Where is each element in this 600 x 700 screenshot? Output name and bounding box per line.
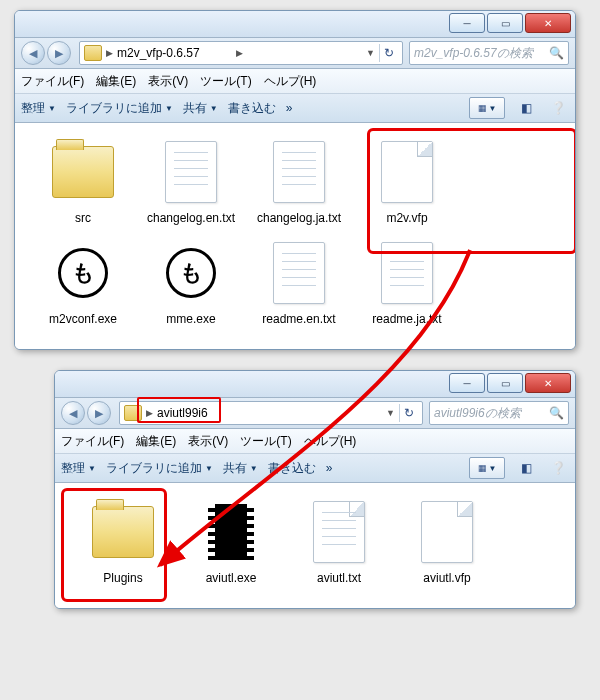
menu-edit[interactable]: 編集(E) <box>136 433 176 450</box>
toolbar: 整理▼ ライブラリに追加▼ 共有▼ 書き込む » ▦▼ ◧ ❔ <box>15 94 575 123</box>
path-segment[interactable]: m2v_vfp-0.6.57 <box>117 46 232 60</box>
file-label: aviutl.exe <box>177 571 285 586</box>
file-label: readme.en.txt <box>245 312 353 327</box>
address-bar[interactable]: ▶ aviutl99i6 ▼ ↻ <box>119 401 423 425</box>
file-label: mme.exe <box>137 312 245 327</box>
text-file-icon <box>273 141 325 203</box>
maximize-button[interactable]: ▭ <box>487 13 523 33</box>
explorer-window-1: ─ ▭ ✕ ◀ ▶ ▶ m2v_vfp-0.6.57 ▶ ▼ ↻ m2v_vfp… <box>14 10 576 350</box>
chevron-right-icon: ▶ <box>146 408 153 418</box>
toolbar: 整理▼ ライブラリに追加▼ 共有▼ 書き込む » ▦▼ ◧ ❔ <box>55 454 575 483</box>
toolbar-burn[interactable]: 書き込む <box>228 100 276 117</box>
toolbar-burn[interactable]: 書き込む <box>268 460 316 477</box>
chevron-down-icon[interactable]: ▼ <box>366 48 375 58</box>
menu-help[interactable]: ヘルプ(H) <box>304 433 357 450</box>
refresh-icon[interactable]: ↻ <box>399 404 418 422</box>
file-item-txt[interactable]: changelog.ja.txt <box>245 137 353 226</box>
menu-edit[interactable]: 編集(E) <box>96 73 136 90</box>
nav-forward-icon[interactable]: ▶ <box>87 401 111 425</box>
folder-icon <box>92 506 154 558</box>
application-icon: も <box>166 248 216 298</box>
file-item-txt[interactable]: readme.ja.txt <box>353 238 461 327</box>
help-icon[interactable]: ❔ <box>547 458 569 478</box>
menu-help[interactable]: ヘルプ(H) <box>264 73 317 90</box>
chevron-down-icon[interactable]: ▼ <box>386 408 395 418</box>
search-input[interactable]: aviutl99i6の検索 🔍 <box>429 401 569 425</box>
file-label: src <box>29 211 137 226</box>
folder-icon <box>52 146 114 198</box>
file-label: m2vconf.exe <box>29 312 137 327</box>
minimize-button[interactable]: ─ <box>449 13 485 33</box>
menu-file[interactable]: ファイル(F) <box>61 433 124 450</box>
view-icons-icon: ▦ <box>478 103 487 113</box>
menu-view[interactable]: 表示(V) <box>148 73 188 90</box>
file-pane[interactable]: src changelog.en.txt changelog.ja.txt m2… <box>15 123 575 349</box>
menu-tools[interactable]: ツール(T) <box>240 433 291 450</box>
file-label: readme.ja.txt <box>353 312 461 327</box>
file-item-folder[interactable]: Plugins <box>69 497 177 586</box>
toolbar-share[interactable]: 共有▼ <box>223 460 258 477</box>
search-input[interactable]: m2v_vfp-0.6.57の検索 🔍 <box>409 41 569 65</box>
file-item-vfp[interactable]: m2v.vfp <box>353 137 461 226</box>
file-item-txt[interactable]: readme.en.txt <box>245 238 353 327</box>
minimize-button[interactable]: ─ <box>449 373 485 393</box>
toolbar-organize[interactable]: 整理▼ <box>61 460 96 477</box>
file-item-txt[interactable]: aviutl.txt <box>285 497 393 586</box>
video-app-icon <box>208 504 254 560</box>
help-icon[interactable]: ❔ <box>547 98 569 118</box>
nav-forward-icon[interactable]: ▶ <box>47 41 71 65</box>
file-label: m2v.vfp <box>353 211 461 226</box>
text-file-icon <box>273 242 325 304</box>
file-item-txt[interactable]: changelog.en.txt <box>137 137 245 226</box>
nav-buttons: ◀ ▶ <box>61 401 113 425</box>
toolbar-overflow-icon[interactable]: » <box>326 461 333 475</box>
titlebar[interactable]: ─ ▭ ✕ <box>55 371 575 398</box>
close-button[interactable]: ✕ <box>525 13 571 33</box>
search-icon: 🔍 <box>549 406 564 420</box>
preview-pane-icon[interactable]: ◧ <box>515 458 537 478</box>
explorer-window-2: ─ ▭ ✕ ◀ ▶ ▶ aviutl99i6 ▼ ↻ aviutl99i6の検索… <box>54 370 576 609</box>
file-label: aviutl.txt <box>285 571 393 586</box>
refresh-icon[interactable]: ↻ <box>379 44 398 62</box>
generic-file-icon <box>381 141 433 203</box>
file-item-exe[interactable]: も mme.exe <box>137 238 245 327</box>
toolbar-library[interactable]: ライブラリに追加▼ <box>106 460 213 477</box>
text-file-icon <box>381 242 433 304</box>
nav-back-icon[interactable]: ◀ <box>21 41 45 65</box>
file-label: aviutl.vfp <box>393 571 501 586</box>
menu-tools[interactable]: ツール(T) <box>200 73 251 90</box>
file-label: changelog.en.txt <box>137 211 245 226</box>
file-label: changelog.ja.txt <box>245 211 353 226</box>
close-button[interactable]: ✕ <box>525 373 571 393</box>
text-file-icon <box>165 141 217 203</box>
address-bar[interactable]: ▶ m2v_vfp-0.6.57 ▶ ▼ ↻ <box>79 41 403 65</box>
folder-icon <box>84 45 102 61</box>
view-mode-button[interactable]: ▦▼ <box>469 97 505 119</box>
path-segment[interactable]: aviutl99i6 <box>157 406 268 420</box>
file-pane[interactable]: Plugins aviutl.exe aviutl.txt aviutl.vfp <box>55 483 575 608</box>
toolbar-overflow-icon[interactable]: » <box>286 101 293 115</box>
search-icon: 🔍 <box>549 46 564 60</box>
application-icon: も <box>58 248 108 298</box>
view-icons-icon: ▦ <box>478 463 487 473</box>
file-item-folder[interactable]: src <box>29 137 137 226</box>
file-item-exe[interactable]: も m2vconf.exe <box>29 238 137 327</box>
nav-row: ◀ ▶ ▶ m2v_vfp-0.6.57 ▶ ▼ ↻ m2v_vfp-0.6.5… <box>15 38 575 69</box>
nav-buttons: ◀ ▶ <box>21 41 73 65</box>
preview-pane-icon[interactable]: ◧ <box>515 98 537 118</box>
maximize-button[interactable]: ▭ <box>487 373 523 393</box>
view-mode-button[interactable]: ▦▼ <box>469 457 505 479</box>
menu-bar: ファイル(F) 編集(E) 表示(V) ツール(T) ヘルプ(H) <box>15 69 575 94</box>
toolbar-library[interactable]: ライブラリに追加▼ <box>66 100 173 117</box>
menu-view[interactable]: 表示(V) <box>188 433 228 450</box>
chevron-right-icon: ▶ <box>106 48 113 58</box>
menu-file[interactable]: ファイル(F) <box>21 73 84 90</box>
file-item-exe[interactable]: aviutl.exe <box>177 497 285 586</box>
titlebar[interactable]: ─ ▭ ✕ <box>15 11 575 38</box>
nav-back-icon[interactable]: ◀ <box>61 401 85 425</box>
toolbar-share[interactable]: 共有▼ <box>183 100 218 117</box>
text-file-icon <box>313 501 365 563</box>
file-item-vfp[interactable]: aviutl.vfp <box>393 497 501 586</box>
toolbar-organize[interactable]: 整理▼ <box>21 100 56 117</box>
search-placeholder: aviutl99i6の検索 <box>434 405 545 422</box>
